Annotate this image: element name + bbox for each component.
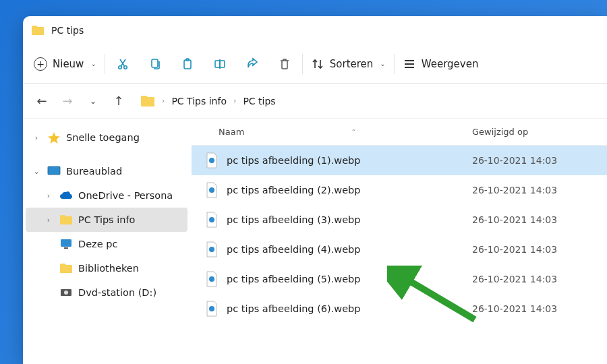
file-name: pc tips afbeelding (2).webp	[227, 185, 472, 195]
rename-button[interactable]	[204, 52, 236, 76]
file-icon	[205, 301, 219, 317]
sidebar-label: PC Tips info	[78, 214, 135, 225]
recent-dropdown[interactable]: ⌄	[81, 89, 105, 113]
paste-button[interactable]	[171, 52, 204, 76]
monitor-icon	[59, 238, 73, 250]
window-title: PC tips	[51, 25, 84, 36]
column-headers: Naam ⌃ Gewijzigd op	[192, 119, 607, 146]
chevron-right-icon: ›	[43, 216, 54, 224]
file-pane: Naam ⌃ Gewijzigd op pc tips afbeelding (…	[192, 119, 607, 364]
svg-point-16	[209, 247, 214, 252]
chevron-down-icon: ⌄	[90, 60, 96, 67]
sort-button[interactable]: Sorteren ⌄	[304, 52, 393, 76]
copy-button[interactable]	[139, 52, 171, 76]
sort-icon	[311, 57, 324, 71]
col-name-header[interactable]: Naam ⌃	[192, 127, 472, 137]
address-bar[interactable]: › PC Tips info › PC tips	[140, 95, 276, 107]
svg-point-13	[209, 158, 214, 163]
svg-rect-2	[152, 59, 158, 67]
rename-icon	[213, 57, 227, 71]
separator	[394, 54, 395, 74]
cut-button[interactable]	[107, 52, 139, 76]
sidebar-item-thispc[interactable]: Deze pc	[26, 232, 187, 256]
separator	[105, 54, 105, 74]
sidebar-label: Bureaublad	[66, 166, 122, 177]
folder-icon	[59, 262, 73, 274]
sidebar-label: Snelle toegang	[66, 132, 140, 143]
sidebar-label: OneDrive - Persona	[78, 190, 173, 201]
file-icon	[205, 241, 219, 257]
svg-point-0	[119, 65, 121, 68]
back-button[interactable]: ←	[30, 89, 54, 113]
file-name: pc tips afbeelding (1).webp	[227, 155, 472, 166]
star-icon	[47, 131, 61, 144]
file-icon	[205, 182, 219, 198]
sidebar-label: Dvd-station (D:)	[78, 287, 156, 298]
svg-point-1	[124, 65, 127, 68]
share-icon	[245, 57, 259, 71]
scissors-icon	[116, 57, 129, 71]
sidebar-item-onedrive[interactable]: › OneDrive - Persona	[26, 183, 187, 208]
file-row[interactable]: pc tips afbeelding (2).webp 26-10-2021 1…	[192, 175, 607, 205]
file-icon	[205, 212, 219, 228]
folder-icon	[31, 25, 45, 36]
file-date: 26-10-2021 14:03	[472, 155, 607, 166]
file-date: 26-10-2021 14:03	[472, 185, 607, 195]
svg-point-17	[209, 276, 214, 282]
toolbar: + Nieuw ⌄ Sorteren ⌄ Weergeven	[23, 44, 607, 84]
view-label: Weergeven	[422, 58, 479, 70]
copy-icon	[148, 57, 162, 71]
chevron-down-icon: ⌄	[380, 60, 385, 67]
forward-button[interactable]: →	[55, 89, 80, 113]
desktop-icon	[47, 165, 61, 177]
chevron-right-icon: ›	[162, 96, 165, 105]
file-name: pc tips afbeelding (3).webp	[227, 214, 472, 225]
file-name: pc tips afbeelding (4).webp	[227, 244, 472, 255]
new-label: Nieuw	[53, 58, 84, 70]
new-button[interactable]: + Nieuw ⌄	[27, 52, 103, 76]
file-row[interactable]: pc tips afbeelding (1).webp 26-10-2021 1…	[192, 146, 607, 175]
svg-rect-9	[61, 239, 71, 247]
chevron-right-icon: ›	[233, 96, 236, 105]
sidebar-item-quick-access[interactable]: › Snelle toegang	[26, 125, 187, 150]
file-row[interactable]: pc tips afbeelding (4).webp 26-10-2021 1…	[192, 235, 607, 264]
chevron-down-icon: ⌄	[31, 167, 42, 176]
svg-rect-5	[215, 61, 220, 67]
plus-icon: +	[34, 57, 47, 71]
chevron-right-icon: ›	[43, 191, 54, 200]
svg-point-18	[209, 306, 214, 311]
sidebar-label: Deze pc	[78, 239, 117, 249]
up-button[interactable]: ↑	[107, 89, 131, 113]
file-date: 26-10-2021 14:03	[472, 244, 607, 255]
breadcrumb-parent[interactable]: PC Tips info	[171, 96, 227, 107]
file-icon	[205, 152, 219, 169]
svg-rect-7	[48, 166, 60, 175]
sidebar-label: Bibliotheken	[78, 263, 139, 274]
col-modified-header[interactable]: Gewijzigd op	[472, 127, 607, 137]
trash-icon	[278, 57, 291, 71]
view-icon	[403, 57, 416, 71]
disc-icon	[59, 286, 73, 299]
file-date: 26-10-2021 14:03	[472, 214, 607, 225]
folder-icon	[59, 214, 73, 226]
delete-button[interactable]	[268, 52, 301, 76]
sidebar-item-pctips[interactable]: › PC Tips info	[26, 208, 187, 232]
file-date: 26-10-2021 14:03	[472, 274, 607, 284]
view-button[interactable]: Weergeven	[396, 52, 486, 76]
sidebar-item-dvd[interactable]: Dvd-station (D:)	[26, 280, 187, 305]
file-date: 26-10-2021 14:03	[472, 303, 607, 314]
breadcrumb-current[interactable]: PC tips	[243, 96, 275, 107]
file-row[interactable]: pc tips afbeelding (5).webp 26-10-2021 1…	[192, 264, 607, 294]
share-button[interactable]	[236, 52, 268, 76]
paste-icon	[181, 57, 194, 71]
sidebar: › Snelle toegang ⌄ Bureaublad › OneDrive…	[23, 119, 192, 364]
file-row[interactable]: pc tips afbeelding (6).webp 26-10-2021 1…	[192, 294, 607, 324]
col-modified-label: Gewijzigd op	[472, 127, 528, 137]
svg-point-14	[209, 187, 214, 193]
sidebar-item-libraries[interactable]: Bibliotheken	[26, 256, 187, 280]
file-row[interactable]: pc tips afbeelding (3).webp 26-10-2021 1…	[192, 205, 607, 235]
folder-icon	[140, 95, 155, 107]
sidebar-item-desktop[interactable]: ⌄ Bureaublad	[26, 159, 187, 183]
nav-row: ← → ⌄ ↑ › PC Tips info › PC tips	[23, 84, 607, 119]
cloud-icon	[59, 189, 73, 202]
